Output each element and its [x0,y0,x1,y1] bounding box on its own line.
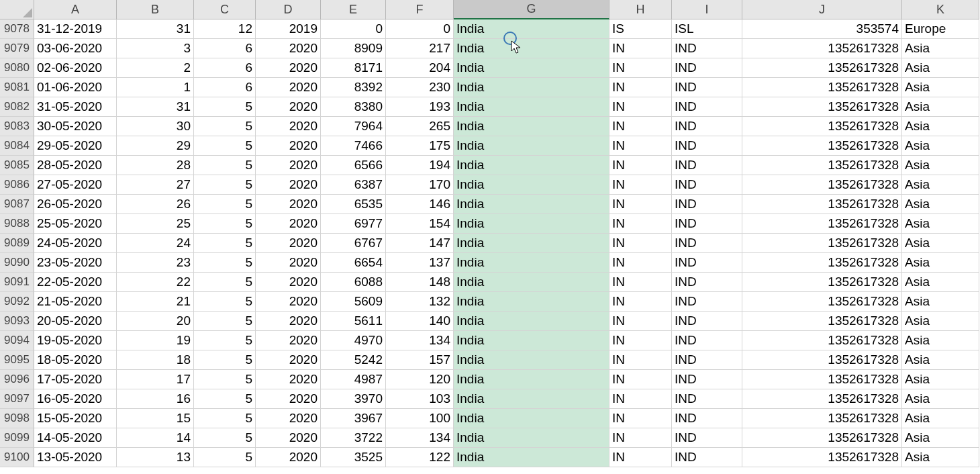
cell-K9092[interactable]: Asia [902,292,979,312]
cell-H9092[interactable]: IN [609,292,672,312]
row-header[interactable]: 9084 [0,136,34,156]
cell-K9096[interactable]: Asia [902,370,979,389]
cell-D9094[interactable]: 2020 [256,331,321,350]
cell-J9097[interactable]: 1352617328 [742,389,902,409]
cell-H9090[interactable]: IN [609,253,672,273]
cell-G9097[interactable]: India [454,389,609,409]
cell-J9083[interactable]: 1352617328 [742,117,902,136]
row-header[interactable]: 9078 [0,19,34,39]
cell-C9079[interactable]: 6 [194,39,256,58]
cell-J9078[interactable]: 353574 [742,19,902,39]
cell-B9085[interactable]: 28 [117,156,194,175]
cell-G9081[interactable]: India [454,78,609,97]
cell-J9088[interactable]: 1352617328 [742,214,902,234]
cell-B9088[interactable]: 25 [117,214,194,234]
cell-I9094[interactable]: IND [672,331,742,350]
cell-K9078[interactable]: Europe [902,19,979,39]
cell-A9093[interactable]: 20-05-2020 [34,312,117,331]
cell-K9083[interactable]: Asia [902,117,979,136]
cell-A9095[interactable]: 18-05-2020 [34,350,117,370]
cell-A9079[interactable]: 03-06-2020 [34,39,117,58]
column-header-J[interactable]: J [742,0,902,19]
cell-D9082[interactable]: 2020 [256,97,321,117]
cell-G9082[interactable]: India [454,97,609,117]
cell-K9091[interactable]: Asia [902,273,979,292]
cell-F9078[interactable]: 0 [386,19,454,39]
row-header[interactable]: 9081 [0,78,34,97]
cell-C9090[interactable]: 5 [194,253,256,273]
cell-F9079[interactable]: 217 [386,39,454,58]
cell-B9095[interactable]: 18 [117,350,194,370]
cell-B9094[interactable]: 19 [117,331,194,350]
cell-I9084[interactable]: IND [672,136,742,156]
cell-K9093[interactable]: Asia [902,312,979,331]
cell-A9084[interactable]: 29-05-2020 [34,136,117,156]
cell-B9092[interactable]: 21 [117,292,194,312]
cell-K9085[interactable]: Asia [902,156,979,175]
cell-H9089[interactable]: IN [609,234,672,253]
cell-I9085[interactable]: IND [672,156,742,175]
cell-H9096[interactable]: IN [609,370,672,389]
cell-K9087[interactable]: Asia [902,195,979,214]
cell-A9078[interactable]: 31-12-2019 [34,19,117,39]
cell-K9100[interactable]: Asia [902,448,979,467]
cell-C9085[interactable]: 5 [194,156,256,175]
cell-C9094[interactable]: 5 [194,331,256,350]
cell-F9097[interactable]: 103 [386,389,454,409]
cell-F9090[interactable]: 137 [386,253,454,273]
row-header[interactable]: 9093 [0,312,34,331]
column-header-K[interactable]: K [902,0,979,19]
row-header[interactable]: 9080 [0,58,34,78]
cell-B9096[interactable]: 17 [117,370,194,389]
cell-B9081[interactable]: 1 [117,78,194,97]
cell-G9099[interactable]: India [454,428,609,448]
cell-D9088[interactable]: 2020 [256,214,321,234]
row-header[interactable]: 9098 [0,409,34,428]
cell-B9089[interactable]: 24 [117,234,194,253]
cell-E9099[interactable]: 3722 [321,428,386,448]
cell-D9096[interactable]: 2020 [256,370,321,389]
cell-I9096[interactable]: IND [672,370,742,389]
cell-B9078[interactable]: 31 [117,19,194,39]
cell-H9080[interactable]: IN [609,58,672,78]
cell-F9084[interactable]: 175 [386,136,454,156]
cell-A9098[interactable]: 15-05-2020 [34,409,117,428]
row-header[interactable]: 9090 [0,253,34,273]
cell-G9078[interactable]: India [454,19,609,39]
cell-J9095[interactable]: 1352617328 [742,350,902,370]
cell-B9100[interactable]: 13 [117,448,194,467]
cell-I9095[interactable]: IND [672,350,742,370]
cell-F9099[interactable]: 134 [386,428,454,448]
cell-B9087[interactable]: 26 [117,195,194,214]
cell-G9093[interactable]: India [454,312,609,331]
cell-F9095[interactable]: 157 [386,350,454,370]
column-header-D[interactable]: D [256,0,321,19]
cell-D9095[interactable]: 2020 [256,350,321,370]
cell-F9082[interactable]: 193 [386,97,454,117]
cell-J9080[interactable]: 1352617328 [742,58,902,78]
cell-H9078[interactable]: IS [609,19,672,39]
cell-G9086[interactable]: India [454,175,609,195]
cell-G9095[interactable]: India [454,350,609,370]
column-header-A[interactable]: A [34,0,117,19]
cell-C9082[interactable]: 5 [194,97,256,117]
cell-I9088[interactable]: IND [672,214,742,234]
cell-G9090[interactable]: India [454,253,609,273]
cell-G9091[interactable]: India [454,273,609,292]
column-header-I[interactable]: I [672,0,742,19]
row-header[interactable]: 9097 [0,389,34,409]
cell-G9087[interactable]: India [454,195,609,214]
cell-F9091[interactable]: 148 [386,273,454,292]
cell-J9099[interactable]: 1352617328 [742,428,902,448]
cell-B9084[interactable]: 29 [117,136,194,156]
cell-D9092[interactable]: 2020 [256,292,321,312]
cell-J9092[interactable]: 1352617328 [742,292,902,312]
cell-H9084[interactable]: IN [609,136,672,156]
cell-E9089[interactable]: 6767 [321,234,386,253]
cell-I9089[interactable]: IND [672,234,742,253]
cell-H9093[interactable]: IN [609,312,672,331]
cell-J9090[interactable]: 1352617328 [742,253,902,273]
cell-C9078[interactable]: 12 [194,19,256,39]
cell-H9091[interactable]: IN [609,273,672,292]
cell-E9079[interactable]: 8909 [321,39,386,58]
